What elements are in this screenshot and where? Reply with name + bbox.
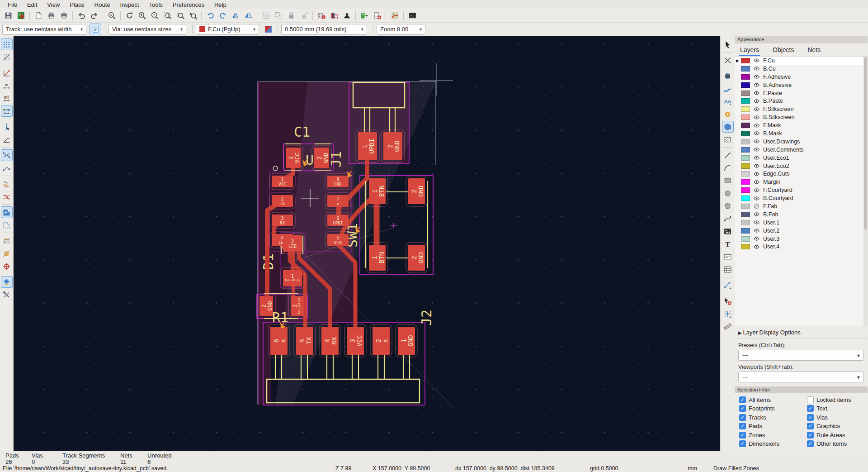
checkbox-checked-icon[interactable]: ✓ — [739, 396, 746, 403]
menu-edit[interactable]: Edit — [22, 1, 42, 9]
filter-footprints[interactable]: ✓Footprints — [739, 405, 807, 412]
menu-file[interactable]: File — [3, 1, 22, 9]
layer-row-user-4[interactable]: User.4 — [735, 243, 868, 251]
eye-icon[interactable] — [753, 187, 760, 194]
measure-button[interactable] — [722, 320, 734, 332]
active-layer-dropdown[interactable]: F.Cu (PgUp) ▾ — [196, 24, 259, 35]
tune-length-button[interactable] — [722, 95, 734, 107]
polar-coords-button[interactable] — [1, 67, 13, 79]
tab-nets[interactable]: Nets — [807, 44, 822, 56]
undo-button[interactable] — [75, 10, 87, 22]
route-tracks-button[interactable] — [722, 83, 734, 95]
draw-polygon-button[interactable] — [722, 200, 734, 212]
pad-3-rx[interactable]: 3RX — [269, 212, 295, 229]
layer-color-swatch[interactable] — [741, 236, 750, 242]
layer-row-b-fab[interactable]: B.Fab — [735, 210, 868, 219]
layer-color-swatch[interactable] — [741, 91, 750, 96]
place-via-button[interactable] — [722, 108, 734, 120]
draw-line-button[interactable] — [722, 149, 734, 161]
layer-color-swatch[interactable] — [741, 82, 750, 88]
sketch-pads-button[interactable] — [1, 248, 13, 259]
show-ratsnest-button[interactable] — [1, 149, 13, 161]
grid-visibility-button[interactable] — [1, 38, 13, 50]
auto-track-width-toggle[interactable] — [90, 24, 101, 35]
layer-color-swatch[interactable] — [741, 98, 750, 104]
pad-4-rx[interactable]: 4RX — [319, 324, 341, 357]
lock-button[interactable] — [285, 10, 297, 22]
presets-dropdown[interactable]: --- ▾ — [738, 350, 864, 361]
place-text-button[interactable]: T — [722, 238, 734, 250]
draw-circle-button[interactable] — [722, 187, 734, 199]
draw-zone-button[interactable] — [722, 121, 734, 133]
net-highlight-button[interactable] — [1, 178, 13, 190]
tab-layers[interactable]: Layers — [739, 44, 760, 56]
layer-color-swatch[interactable] — [741, 204, 750, 209]
layer-row-user-eco2[interactable]: User.Eco2 — [735, 162, 868, 170]
limit-45-button[interactable] — [1, 133, 13, 145]
layer-row-f-mask[interactable]: F.Mask — [735, 121, 868, 129]
layer-row-f-fab[interactable]: F.Fab — [735, 202, 868, 210]
place-image-button[interactable] — [722, 225, 734, 237]
viewports-dropdown[interactable]: --- ▾ — [738, 372, 864, 382]
layer-row-user-eco1[interactable]: User.Eco1 — [735, 154, 868, 162]
zoom-dropdown[interactable]: Zoom 8.00 ▾ — [377, 24, 425, 35]
eye-icon[interactable] — [753, 243, 760, 250]
eye-icon[interactable] — [753, 130, 760, 137]
layer-color-swatch[interactable] — [741, 212, 750, 217]
sketch-vias-button[interactable] — [1, 260, 13, 272]
layer-list-scrollbar[interactable] — [863, 57, 868, 326]
checkbox-checked-icon[interactable]: ✓ — [739, 414, 746, 421]
eye-icon[interactable] — [753, 195, 760, 202]
delete-tool-button[interactable] — [722, 295, 734, 307]
eye-icon[interactable] — [753, 235, 760, 242]
pad-2-gnd[interactable]: 2GND — [381, 130, 405, 162]
cursor-shape-button[interactable] — [1, 121, 13, 133]
local-ratsnest-button[interactable] — [722, 54, 734, 66]
layer-row-b-adhesive[interactable]: B.Adhesive — [735, 81, 868, 89]
pad-1-netd1k[interactable]: 1Net-(D1-K) — [281, 267, 304, 289]
layer-row-user-2[interactable]: User.2 — [735, 227, 868, 235]
pad-1-vcc[interactable]: 1VCC — [283, 145, 303, 171]
checkbox-checked-icon[interactable]: ✓ — [739, 440, 746, 447]
pad-2-gnd[interactable]: 2GND — [406, 176, 427, 206]
checkbox-checked-icon[interactable]: ✓ — [739, 432, 746, 439]
draw-bezier-button[interactable] — [722, 213, 734, 224]
menu-help[interactable]: Help — [209, 1, 231, 9]
eye-icon[interactable] — [753, 219, 760, 226]
place-footprint-button[interactable] — [722, 70, 734, 82]
dimension-button[interactable] — [722, 279, 734, 291]
save-button[interactable] — [2, 10, 14, 22]
eye-icon[interactable] — [753, 65, 760, 72]
select-arrow-button[interactable] — [722, 38, 734, 50]
footprint-browser-button[interactable] — [328, 10, 340, 22]
tab-objects[interactable]: Objects — [772, 44, 795, 56]
track-width-dropdown[interactable]: Track: use netclass width ▾ — [2, 24, 86, 35]
pad-1-btn[interactable]: 1BTN — [367, 176, 388, 206]
layer-row-margin[interactable]: Margin — [735, 178, 868, 186]
layer-row-f-adhesive[interactable]: F.Adhesive — [735, 73, 868, 81]
eye-icon[interactable] — [753, 179, 760, 186]
layer-color-swatch[interactable] — [741, 155, 750, 161]
footprint-editor-button[interactable] — [316, 10, 327, 22]
pad-1-netd1k[interactable]: 1Net-(D1-K) — [288, 294, 307, 318]
checkbox-checked-icon[interactable]: ✓ — [807, 423, 814, 429]
board-setup-button[interactable] — [15, 10, 27, 22]
pad-1-gnd[interactable]: 1GND — [396, 324, 417, 357]
rotate-cw-button[interactable] — [217, 10, 229, 22]
layer-color-swatch[interactable] — [741, 244, 750, 249]
layer-color-swatch[interactable] — [741, 187, 750, 193]
via-size-dropdown[interactable]: Via: use netclass sizes ▾ — [108, 24, 186, 35]
eye-icon[interactable] — [753, 211, 760, 218]
eye-icon[interactable] — [753, 81, 760, 88]
menu-place[interactable]: Place — [65, 1, 90, 9]
eye-icon[interactable] — [753, 106, 760, 113]
layer-color-swatch[interactable] — [741, 106, 750, 112]
pad-1-btn[interactable]: 1BTN — [367, 243, 388, 273]
checkbox-checked-icon[interactable]: ✓ — [807, 405, 814, 412]
crossing-tracks-button[interactable] — [1, 191, 13, 202]
grid-dropdown[interactable]: 0.5000 mm (19.69 mils) ▾ — [281, 24, 367, 35]
pad-2-x[interactable]: 2x — [370, 324, 392, 357]
checkbox-unchecked-icon[interactable] — [807, 396, 814, 403]
grid-overrides-button[interactable] — [1, 51, 13, 63]
layer-color-swatch[interactable] — [741, 114, 750, 120]
